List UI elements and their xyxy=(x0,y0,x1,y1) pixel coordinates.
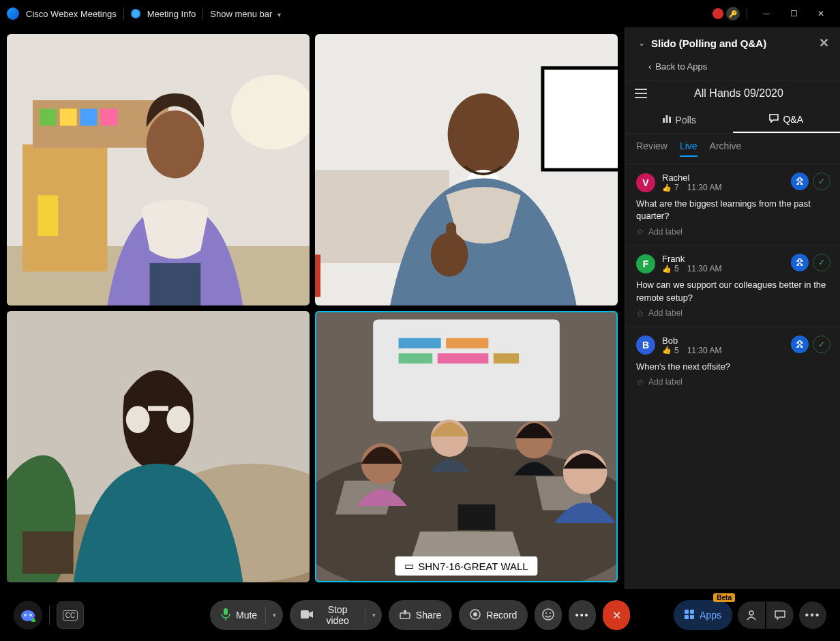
window-minimize-button[interactable]: ─ xyxy=(754,3,779,24)
webex-assistant-button[interactable] xyxy=(14,601,42,629)
participant-tile[interactable] xyxy=(7,311,310,582)
svg-point-61 xyxy=(550,612,551,614)
person-icon xyxy=(746,610,757,621)
meeting-info-button[interactable]: Meeting Info xyxy=(147,9,196,19)
back-to-apps-button[interactable]: ‹ Back to Apps xyxy=(625,59,840,80)
upvote-badge-icon[interactable] xyxy=(791,336,809,353)
svg-point-59 xyxy=(543,609,554,620)
svg-rect-31 xyxy=(399,338,441,348)
question-likes[interactable]: 👍5 11:30 AM xyxy=(662,346,721,355)
svg-rect-4 xyxy=(40,108,57,125)
question-author: Rachel xyxy=(662,173,721,183)
subtab-archive[interactable]: Archive xyxy=(710,140,742,157)
svg-rect-7 xyxy=(100,108,117,125)
approved-badge-icon[interactable]: ✓ xyxy=(813,254,830,271)
stop-video-button[interactable]: Stop video ▾ xyxy=(290,600,382,630)
add-label-button[interactable]: ☆ Add label xyxy=(636,226,829,237)
chevron-down-icon[interactable]: ▾ xyxy=(265,607,278,623)
add-label-button[interactable]: ☆ Add label xyxy=(636,377,829,387)
svg-rect-13 xyxy=(543,68,618,170)
question-likes[interactable]: 👍5 11:30 AM xyxy=(662,264,721,273)
thumbs-up-icon: 👍 xyxy=(662,183,672,192)
show-menu-button[interactable]: Show menu bar ▾ xyxy=(210,9,281,19)
panel-options-button[interactable]: ••• xyxy=(799,601,826,629)
participant-tile[interactable] xyxy=(7,34,310,305)
avatar: F xyxy=(636,254,655,273)
ellipsis-icon: ••• xyxy=(575,610,590,621)
svg-point-10 xyxy=(147,110,205,179)
security-key-icon[interactable]: 🔑 xyxy=(726,7,740,20)
svg-rect-46 xyxy=(663,118,665,123)
window-maximize-button[interactable]: ☐ xyxy=(781,3,806,24)
webex-logo-icon xyxy=(7,8,19,20)
slido-header: All Hands 09/2020 xyxy=(625,80,840,106)
close-icon: ✕ xyxy=(612,609,621,622)
record-button[interactable]: Record xyxy=(459,600,528,630)
svg-rect-15 xyxy=(315,254,320,297)
question-author: Frank xyxy=(662,254,721,264)
upvote-badge-icon[interactable] xyxy=(791,173,809,190)
panel-header[interactable]: ⌄ Slido (Polling and Q&A) ✕ xyxy=(625,27,840,59)
svg-rect-2 xyxy=(22,145,107,272)
add-label-button[interactable]: ☆ Add label xyxy=(636,308,829,318)
question-item[interactable]: V Rachel 👍7 11:30 AM ✓ What are the bigg… xyxy=(625,164,840,245)
question-time: 11:30 AM xyxy=(687,183,722,192)
chat-icon xyxy=(769,113,779,125)
titlebar: Cisco Webex Meetings Meeting Info Show m… xyxy=(0,0,840,27)
chevron-left-icon: ‹ xyxy=(648,61,651,72)
question-time: 11:30 AM xyxy=(687,264,722,273)
question-text: What are the biggest learnings from the … xyxy=(636,198,829,222)
closed-caption-button[interactable]: CC xyxy=(57,601,84,629)
svg-rect-20 xyxy=(446,222,456,248)
participants-button[interactable] xyxy=(738,601,765,629)
separator xyxy=(123,8,124,20)
question-author: Bob xyxy=(662,336,721,346)
smiley-icon xyxy=(542,608,554,623)
slido-panel: ⌄ Slido (Polling and Q&A) ✕ ‹ Back to Ap… xyxy=(625,27,840,589)
svg-rect-28 xyxy=(148,406,168,411)
svg-point-50 xyxy=(24,614,27,616)
recording-indicator-icon xyxy=(712,8,723,19)
more-options-button[interactable]: ••• xyxy=(569,600,596,630)
approved-badge-icon[interactable]: ✓ xyxy=(813,336,830,353)
svg-point-17 xyxy=(448,93,519,175)
separator xyxy=(202,8,203,20)
close-icon[interactable]: ✕ xyxy=(819,35,829,50)
approved-badge-icon[interactable]: ✓ xyxy=(813,173,830,190)
svg-rect-6 xyxy=(80,108,97,125)
svg-rect-62 xyxy=(685,610,689,614)
question-item[interactable]: B Bob 👍5 11:30 AM ✓ When's the next offs… xyxy=(625,327,840,396)
chevron-down-icon[interactable]: ▾ xyxy=(365,607,376,623)
microphone-icon xyxy=(221,608,230,623)
window-close-button[interactable]: ✕ xyxy=(809,3,833,24)
svg-rect-33 xyxy=(399,353,433,363)
tab-qa[interactable]: Q&A xyxy=(733,106,841,133)
avatar: V xyxy=(636,173,655,192)
participant-tile[interactable] xyxy=(315,34,618,305)
subtab-live[interactable]: Live xyxy=(680,140,698,157)
subtab-review[interactable]: Review xyxy=(636,140,668,157)
question-list: V Rachel 👍7 11:30 AM ✓ What are the bigg… xyxy=(625,164,840,589)
apps-button[interactable]: Apps Beta xyxy=(674,600,732,630)
qa-subtabs: Review Live Archive xyxy=(625,134,840,164)
question-text: When's the next offsite? xyxy=(636,361,829,373)
svg-point-27 xyxy=(166,406,190,433)
upvote-badge-icon[interactable] xyxy=(791,254,809,271)
question-likes[interactable]: 👍7 11:30 AM xyxy=(662,183,721,192)
svg-rect-55 xyxy=(301,610,309,618)
separator xyxy=(49,606,50,625)
reactions-button[interactable] xyxy=(535,600,562,630)
share-button[interactable]: Share xyxy=(389,600,452,630)
mute-button[interactable]: Mute ▾ xyxy=(210,600,283,630)
end-call-button[interactable]: ✕ xyxy=(603,600,630,630)
participant-tile-active[interactable]: ▭ SHN7-16-GREAT WALL xyxy=(315,311,618,582)
tab-polls[interactable]: Polls xyxy=(625,106,733,133)
chat-button[interactable] xyxy=(766,601,794,629)
separator xyxy=(747,8,747,20)
svg-rect-32 xyxy=(446,338,488,348)
room-label: ▭ SHN7-16-GREAT WALL xyxy=(395,556,537,576)
svg-rect-30 xyxy=(373,319,560,421)
svg-point-26 xyxy=(126,406,150,433)
question-item[interactable]: F Frank 👍5 11:30 AM ✓ How can we support… xyxy=(625,245,840,327)
hamburger-menu-button[interactable] xyxy=(635,89,647,98)
